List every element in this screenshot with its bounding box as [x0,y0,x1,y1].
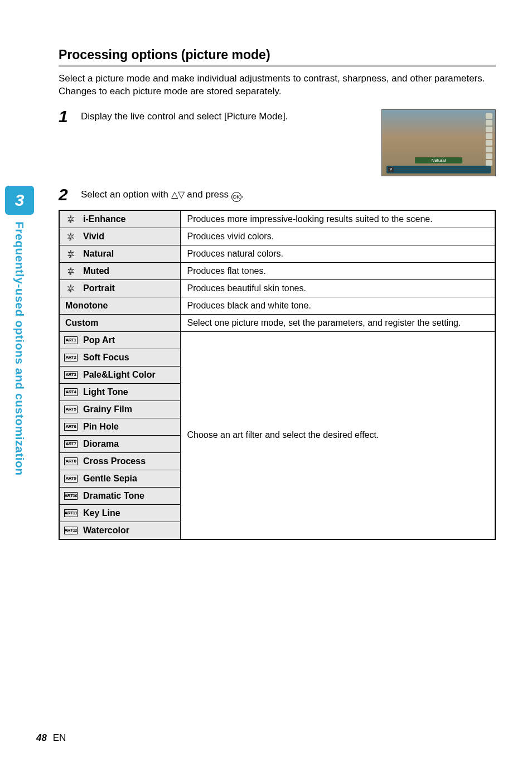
mode-name: Portrait [83,283,115,293]
step-text: Display the live control and select [Pic… [81,108,376,122]
table-row: 4Muted Produces flat tones. [59,262,495,279]
table-row: ART1Pop Art Choose an art filter and sel… [59,331,495,349]
thumbnail-mode-label: Natural [415,157,463,163]
picture-mode-table: 1i-Enhance Produces more impressive-look… [59,210,496,540]
svg-text:2: 2 [69,238,71,241]
mode-name: i-Enhance [83,214,125,224]
camera-screen-thumbnail: Natural P [381,109,496,176]
mode-name: Gentle Sepia [83,474,137,484]
art-icon: ART4 [64,388,78,396]
step-number: 1 [59,108,75,125]
step-number: 2 [59,186,75,203]
star-icon: 2 [64,232,78,241]
side-tab: 3 Frequently-used options and customizat… [0,186,39,476]
page-number: 48 [36,732,47,743]
table-row: 1i-Enhance Produces more impressive-look… [59,210,495,228]
art-icon: ART3 [64,371,78,379]
art-filter-desc: Choose an art filter and select the desi… [180,331,495,539]
mode-desc: Produces flat tones. [180,262,495,279]
up-arrow-icon [171,189,178,200]
thumbnail-right-icons [486,113,494,166]
mode-name: Soft Focus [83,353,129,363]
art-icon: ART9 [64,475,78,483]
table-row: Monotone Produces black and white tone. [59,297,495,314]
art-icon: ART8 [64,457,78,465]
step-1: 1 Display the live control and select [P… [59,108,376,125]
mode-name: Pale&Light Color [83,370,156,380]
mode-name: Key Line [83,508,120,518]
art-icon: ART7 [64,440,78,448]
mode-name: Dramatic Tone [83,491,144,501]
mode-name: Cross Process [83,456,146,466]
mode-name: Monotone [65,301,108,311]
mode-name: Vivid [83,232,104,242]
star-icon: 5 [64,284,78,293]
ok-button-icon: OK [231,192,241,202]
star-icon: 1 [64,215,78,224]
chapter-title-vertical: Frequently-used options and customizatio… [13,221,26,476]
art-icon: ART12 [64,527,78,534]
step-text: Select an option with and press OK. [81,186,496,202]
section-heading: Processing options (picture mode) [59,47,496,67]
art-icon: ART2 [64,354,78,361]
svg-text:4: 4 [69,272,71,276]
chapter-number-box: 3 [5,186,34,215]
table-row: 3Natural Produces natural colors. [59,245,495,262]
mode-desc: Produces natural colors. [180,245,495,262]
mode-name: Natural [83,249,114,259]
mode-name: Pin Hole [83,422,119,432]
art-icon: ART6 [64,423,78,431]
star-icon: 4 [64,267,78,276]
art-icon: ART1 [64,336,78,344]
step-2: 2 Select an option with and press OK. [59,186,496,203]
mode-desc: Produces beautiful skin tones. [180,279,495,297]
art-icon: ART5 [64,406,78,413]
mode-name: Watercolor [83,525,129,536]
page-footer: 48 EN [36,732,66,744]
table-row: 2Vivid Produces vivid colors. [59,228,495,245]
mode-desc: Produces black and white tone. [180,297,495,314]
mode-name: Custom [65,318,99,328]
table-row: Custom Select one picture mode, set the … [59,314,495,331]
down-arrow-icon [178,189,185,200]
mode-desc: Select one picture mode, set the paramet… [180,314,495,331]
mode-desc: Produces more impressive-looking results… [180,210,495,228]
thumbnail-bottom-bar: P [386,166,491,173]
svg-text:3: 3 [69,255,71,258]
mode-name: Grainy Film [83,404,132,414]
table-row: 5Portrait Produces beautiful skin tones. [59,279,495,297]
intro-paragraph: Select a picture mode and make individua… [59,73,496,98]
footer-lang: EN [53,732,66,743]
mode-desc: Produces vivid colors. [180,228,495,245]
mode-name: Light Tone [83,387,128,397]
mode-name: Muted [83,266,109,276]
mode-name: Pop Art [83,335,115,345]
star-icon: 3 [64,249,78,258]
art-icon: ART10 [64,492,78,500]
thumbnail-p-indicator: P [388,167,394,172]
mode-name: Diorama [83,439,119,449]
art-icon: ART11 [64,509,78,517]
svg-text:1: 1 [69,220,71,224]
svg-text:5: 5 [69,290,71,293]
